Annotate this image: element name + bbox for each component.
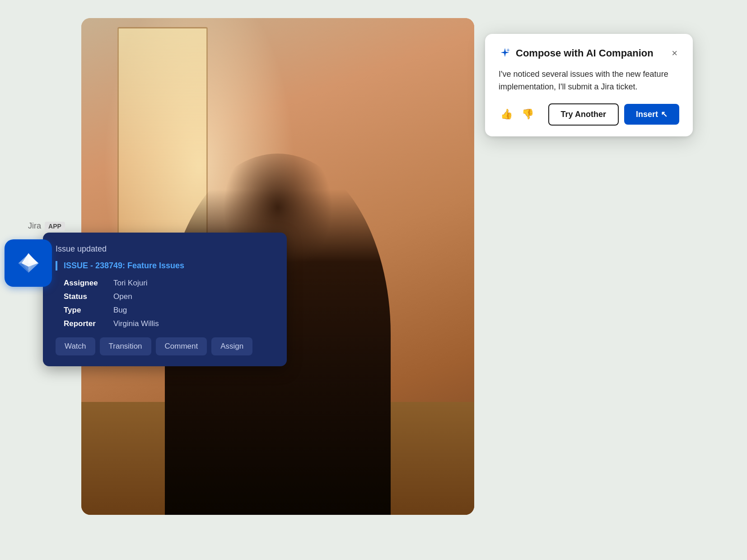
assign-button[interactable]: Assign (211, 337, 252, 355)
type-field: Type Bug (64, 306, 274, 315)
issue-action-buttons: Watch Transition Comment Assign (56, 337, 274, 355)
thumbs-down-button[interactable]: 👎 (520, 107, 536, 122)
insert-button[interactable]: Insert ↖ (624, 104, 679, 125)
assignee-field: Assignee Tori Kojuri (64, 279, 274, 288)
close-button[interactable]: × (670, 47, 679, 60)
ai-card-header: Compose with AI Companion × (499, 47, 679, 60)
issue-title: ISSUE - 238749: Feature Issues (56, 261, 274, 271)
assignee-value: Tori Kojuri (113, 279, 148, 288)
jira-app-label: Jira APP (28, 221, 65, 231)
jira-text: Jira (28, 221, 41, 231)
reporter-label: Reporter (64, 319, 113, 328)
issue-card: Issue updated ISSUE - 238749: Feature Is… (43, 233, 287, 366)
thumbs-up-button[interactable]: 👍 (499, 107, 514, 122)
status-label: Status (64, 292, 113, 301)
ai-card-actions: 👍 👎 Try Another Insert ↖ (499, 103, 679, 126)
sparkle-icon (499, 47, 511, 60)
jira-logo (5, 239, 52, 287)
reporter-field: Reporter Virginia Willis (64, 319, 274, 328)
watch-button[interactable]: Watch (56, 337, 95, 355)
cursor-icon: ↖ (661, 109, 668, 119)
ai-card-title-row: Compose with AI Companion (499, 47, 654, 60)
assignee-label: Assignee (64, 279, 113, 288)
ai-card-title: Compose with AI Companion (516, 47, 654, 59)
ai-card-body: I've noticed several issues with the new… (499, 68, 679, 93)
ai-companion-card: Compose with AI Companion × I've noticed… (485, 34, 693, 136)
transition-button[interactable]: Transition (100, 337, 151, 355)
status-field: Status Open (64, 292, 274, 301)
type-value: Bug (113, 306, 127, 315)
status-value: Open (113, 292, 132, 301)
try-another-button[interactable]: Try Another (548, 103, 619, 126)
issue-fields: Assignee Tori Kojuri Status Open Type Bu… (56, 279, 274, 328)
reporter-value: Virginia Willis (113, 319, 159, 328)
app-badge: APP (45, 222, 65, 231)
issue-updated-label: Issue updated (56, 244, 274, 254)
comment-button[interactable]: Comment (156, 337, 207, 355)
type-label: Type (64, 306, 113, 315)
